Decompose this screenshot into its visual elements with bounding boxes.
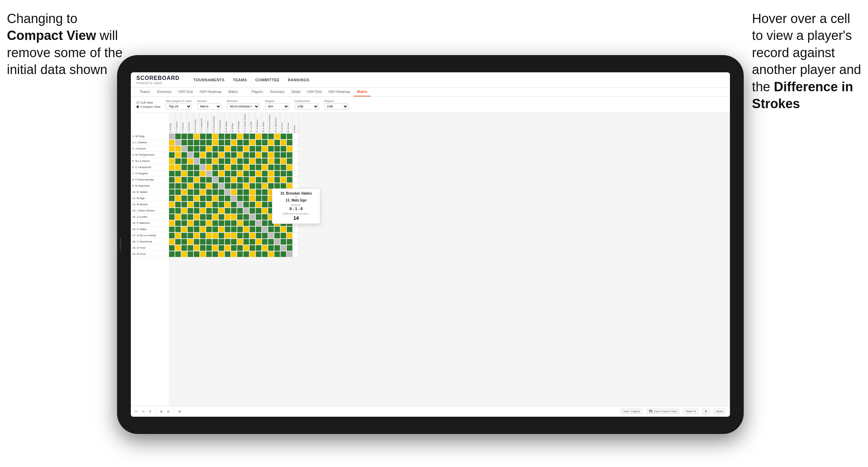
grid-cell[interactable] (274, 152, 280, 158)
grid-cell[interactable] (262, 208, 268, 214)
grid-cell[interactable] (243, 195, 249, 201)
grid-cell[interactable] (212, 146, 218, 152)
grid-cell[interactable] (237, 189, 243, 195)
grid-cell[interactable] (262, 214, 268, 220)
grid-cell[interactable] (206, 208, 212, 214)
grid-cell[interactable] (293, 226, 299, 232)
grid-cell[interactable] (194, 177, 200, 183)
grid-cell[interactable] (243, 133, 249, 139)
grid-cell[interactable] (280, 226, 286, 232)
grid-cell[interactable] (262, 251, 268, 257)
grid-cell[interactable] (206, 139, 212, 146)
grid-cell[interactable] (194, 139, 200, 146)
grid-cell[interactable] (200, 152, 206, 158)
grid-cell[interactable] (243, 189, 249, 195)
grid-cell[interactable] (200, 177, 206, 183)
grid-cell[interactable] (181, 251, 187, 257)
grid-cell[interactable] (212, 195, 218, 201)
grid-cell[interactable] (224, 226, 231, 232)
grid-cell[interactable] (262, 189, 268, 195)
grid-cell[interactable] (175, 164, 181, 170)
grid-cell[interactable] (212, 226, 218, 232)
grid-cell[interactable] (231, 220, 237, 226)
grid-cell[interactable] (194, 232, 200, 239)
grid-cell[interactable] (194, 164, 200, 170)
grid-cell[interactable] (262, 183, 268, 189)
grid-cell[interactable] (212, 152, 218, 158)
redo-icon[interactable]: ↪ (142, 410, 145, 413)
grid-cell[interactable] (237, 245, 243, 251)
grid-cell[interactable] (218, 220, 224, 226)
grid-cell[interactable] (237, 170, 243, 177)
grid-cell[interactable] (293, 239, 299, 245)
tab-detail[interactable]: Detail (288, 88, 304, 96)
grid-cell[interactable] (293, 139, 299, 146)
grid-cell[interactable] (255, 201, 262, 208)
grid-cell[interactable] (181, 177, 187, 183)
conference-select[interactable]: (All) (295, 103, 319, 110)
grid-cell[interactable] (206, 214, 212, 220)
grid-cell[interactable] (200, 251, 206, 257)
grid-cell[interactable] (286, 158, 293, 164)
players-select[interactable]: (All) (324, 103, 348, 110)
grid-cell[interactable] (243, 239, 249, 245)
grid-cell[interactable] (206, 158, 212, 164)
grid-cell[interactable] (212, 139, 218, 146)
grid-cell[interactable] (169, 164, 175, 170)
grid-cell[interactable] (212, 183, 218, 189)
grid-cell[interactable] (206, 245, 212, 251)
grid-cell[interactable] (187, 232, 194, 239)
grid-cell[interactable] (218, 146, 224, 152)
grid-cell[interactable] (231, 177, 237, 183)
grid-cell[interactable] (194, 239, 200, 245)
grid-cell[interactable] (218, 208, 224, 214)
grid-cell[interactable] (169, 232, 175, 239)
grid-cell[interactable] (175, 226, 181, 232)
grid-cell[interactable] (200, 208, 206, 214)
grid-cell[interactable] (224, 201, 231, 208)
grid-cell[interactable] (280, 164, 286, 170)
tab-matrix-active[interactable]: Matrix (354, 88, 370, 96)
grid-cell[interactable] (206, 152, 212, 158)
grid-cell[interactable] (268, 139, 274, 146)
grid-cell[interactable] (187, 195, 194, 201)
grid-cell[interactable] (249, 146, 255, 152)
grid-cell[interactable] (218, 245, 224, 251)
grid-cell[interactable] (274, 226, 280, 232)
grid-cell[interactable] (169, 139, 175, 146)
grid-cell[interactable] (187, 183, 194, 189)
grid-cell[interactable] (243, 214, 249, 220)
full-view-option[interactable]: Full View (136, 101, 160, 104)
grid-cell[interactable] (212, 170, 218, 177)
grid-cell[interactable] (224, 239, 231, 245)
grid-cell[interactable] (237, 164, 243, 170)
division-select[interactable]: NCAA Division I (227, 103, 260, 110)
grid-cell[interactable] (218, 139, 224, 146)
grid-cell[interactable] (249, 201, 255, 208)
grid-cell[interactable] (243, 220, 249, 226)
grid-cell[interactable] (237, 208, 243, 214)
grid-cell[interactable] (286, 170, 293, 177)
grid-cell[interactable] (280, 239, 286, 245)
grid-cell[interactable] (243, 245, 249, 251)
grid-cell[interactable] (187, 133, 194, 139)
grid-cell[interactable] (194, 214, 200, 220)
grid-cell[interactable] (274, 146, 280, 152)
grid-cell[interactable] (200, 232, 206, 239)
grid-cell[interactable] (206, 183, 212, 189)
grid-cell[interactable] (224, 146, 231, 152)
grid-cell[interactable] (187, 239, 194, 245)
grid-cell[interactable] (249, 189, 255, 195)
grid-cell[interactable] (212, 251, 218, 257)
grid-cell[interactable] (175, 208, 181, 214)
grid-cell[interactable] (243, 146, 249, 152)
grid-cell[interactable] (243, 177, 249, 183)
grid-cell[interactable] (237, 220, 243, 226)
grid-cell[interactable] (200, 195, 206, 201)
grid-cell[interactable] (274, 133, 280, 139)
grid-cell[interactable] (268, 245, 274, 251)
grid-cell[interactable] (243, 139, 249, 146)
grid-cell[interactable] (200, 146, 206, 152)
grid-cell[interactable] (249, 239, 255, 245)
grid-cell[interactable] (262, 164, 268, 170)
